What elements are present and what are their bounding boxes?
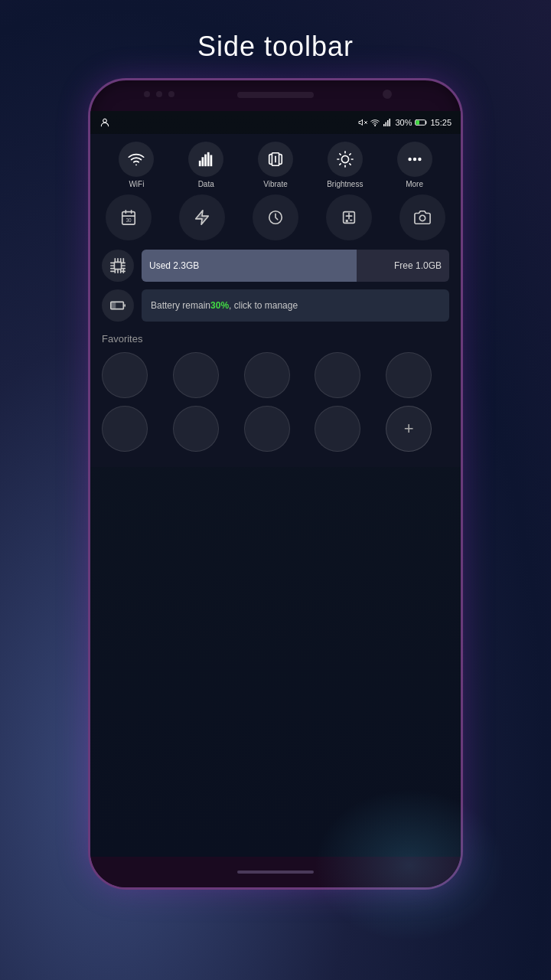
vibrate-label: Vibrate	[263, 180, 288, 188]
svg-rect-5	[386, 122, 387, 127]
calculator-btn[interactable]	[326, 194, 372, 240]
battery-status-icon	[415, 118, 427, 127]
svg-line-21	[340, 154, 341, 155]
flashlight-btn[interactable]	[179, 194, 225, 240]
wifi-toggle-icon	[119, 142, 154, 177]
calculator-icon	[341, 209, 357, 226]
timer-icon	[267, 209, 284, 226]
data-toggle-icon	[188, 142, 223, 177]
memory-used: Used 2.3GB	[142, 250, 357, 282]
page-title: Side toolbar	[197, 31, 354, 63]
brightness-icon	[337, 151, 354, 168]
svg-point-0	[103, 119, 107, 122]
fav-slot-8[interactable]	[244, 406, 290, 452]
calendar-icon: 30	[120, 209, 137, 226]
svg-rect-14	[207, 152, 210, 166]
svg-rect-4	[383, 124, 385, 126]
icon-row: 30	[102, 194, 449, 240]
svg-marker-38	[196, 211, 209, 224]
phone-top-bar	[90, 80, 461, 111]
clock: 15:25	[430, 118, 452, 127]
phone-speaker	[237, 92, 314, 98]
chip-btn[interactable]	[102, 250, 134, 282]
fav-slot-7[interactable]	[173, 406, 219, 452]
battery-text-suffix: , click to manage	[229, 300, 298, 311]
fav-slot-9[interactable]	[315, 406, 360, 452]
memory-free: Free 1.0GB	[394, 260, 449, 271]
more-toggle[interactable]: More	[380, 142, 449, 188]
more-icon	[406, 151, 423, 168]
svg-text:30: 30	[126, 217, 132, 223]
svg-rect-7	[390, 119, 391, 126]
favorites-grid-row2: +	[102, 406, 449, 452]
mute-icon	[358, 118, 367, 127]
svg-point-18	[341, 155, 348, 162]
fav-add-btn[interactable]: +	[386, 406, 432, 452]
wifi-label: WiFi	[129, 180, 144, 188]
memory-row: Used 2.3GB Free 1.0GB	[102, 250, 449, 282]
signal-icon	[383, 118, 392, 127]
status-bar: 30% 15:25	[90, 111, 461, 134]
svg-rect-47	[114, 262, 121, 269]
toggle-row: WiFi Data	[102, 142, 449, 188]
home-indicator	[237, 871, 314, 874]
favorites-label: Favorites	[102, 333, 449, 345]
data-label: Data	[198, 180, 214, 188]
user-icon	[99, 117, 110, 128]
svg-rect-9	[416, 120, 420, 124]
status-right: 30% 15:25	[358, 118, 452, 127]
fav-slot-5[interactable]	[386, 352, 432, 398]
svg-rect-15	[210, 155, 213, 167]
battery-row: Battery remain 30%, click to manage	[102, 289, 449, 322]
phone-sensors	[144, 91, 174, 97]
brightness-toggle-icon	[328, 142, 363, 177]
battery-btn-icon[interactable]	[102, 289, 134, 322]
svg-point-46	[419, 215, 425, 220]
phone-camera	[383, 90, 392, 99]
more-label: More	[406, 180, 423, 188]
svg-rect-13	[204, 155, 207, 167]
svg-point-3	[375, 126, 376, 126]
battery-percent-display: 30%	[210, 300, 229, 311]
calendar-btn[interactable]: 30	[106, 194, 152, 240]
svg-rect-49	[112, 302, 116, 308]
data-toggle[interactable]: Data	[171, 142, 241, 188]
phone-screen: 30% 15:25	[90, 111, 461, 857]
battery-manage-btn[interactable]: Battery remain 30%, click to manage	[142, 289, 449, 322]
quick-panel: WiFi Data	[90, 134, 461, 467]
fav-slot-1[interactable]	[102, 352, 148, 398]
brightness-label: Brightness	[327, 180, 363, 188]
phone-frame: 30% 15:25	[88, 78, 463, 890]
wifi-toggle[interactable]: WiFi	[102, 142, 171, 188]
wifi-status-icon	[370, 118, 380, 127]
fav-slot-3[interactable]	[244, 352, 290, 398]
favorites-grid-row1	[102, 352, 449, 398]
fav-slot-4[interactable]	[315, 352, 360, 398]
vibrate-toggle[interactable]: Vibrate	[241, 142, 311, 188]
vibrate-icon	[267, 151, 284, 168]
vibrate-toggle-icon	[258, 142, 293, 177]
fav-slot-6[interactable]	[102, 406, 148, 452]
chip-icon	[109, 257, 126, 274]
svg-line-22	[350, 164, 350, 165]
memory-bar[interactable]: Used 2.3GB Free 1.0GB	[142, 250, 449, 282]
camera-icon	[414, 209, 431, 226]
flashlight-icon	[194, 209, 210, 226]
phone-bottom	[90, 857, 461, 887]
battery-text-prefix: Battery remain	[151, 300, 210, 311]
wifi-icon	[128, 151, 145, 168]
fav-slot-2[interactable]	[173, 352, 219, 398]
timer-btn[interactable]	[253, 194, 298, 240]
svg-line-25	[340, 164, 341, 165]
status-left	[99, 117, 110, 128]
brightness-toggle[interactable]: Brightness	[310, 142, 380, 188]
data-icon	[197, 151, 214, 168]
svg-rect-6	[387, 120, 389, 126]
svg-line-26	[350, 154, 350, 155]
svg-point-10	[135, 164, 137, 165]
battery-percent-status: 30%	[395, 118, 412, 127]
camera-btn[interactable]	[399, 194, 445, 240]
svg-rect-12	[202, 157, 204, 166]
battery-icon	[109, 297, 126, 314]
svg-rect-11	[199, 161, 201, 166]
